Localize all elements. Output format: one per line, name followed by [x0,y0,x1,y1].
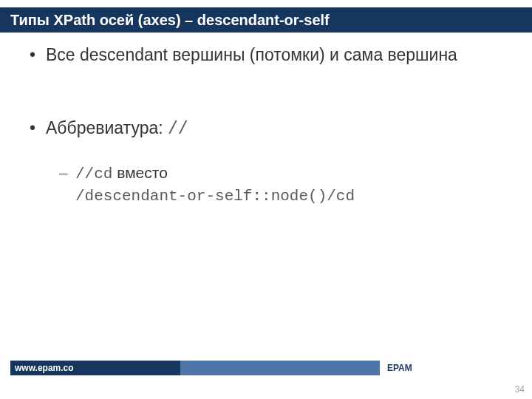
footer-url: www.epam.co [10,361,180,375]
sub-bullet-item: //cd вместо /descendant-or-self::node()/… [55,163,502,208]
page-number: 34 [515,384,525,395]
slide: Типы XPath осей (axes) – descendant-or-s… [0,0,532,399]
slide-content: Все descendant вершины (потомки) и сама … [0,41,532,259]
bullet-list: Все descendant вершины (потомки) и сама … [30,44,502,207]
bullet-text: Аббревиатура: [46,118,168,137]
sub-bullet-list: //cd вместо /descendant-or-self::node()/… [46,163,502,208]
code-inline: // [168,120,188,139]
footer-url-text: www.epam.co [15,363,74,373]
footer-brand: EPAM [380,361,522,375]
code-inline: //cd [75,166,112,183]
bullet-item: Все descendant вершины (потомки) и сама … [30,44,502,66]
footer-brand-text: EPAM [387,363,412,373]
footer-divider [180,361,380,375]
bullet-text: Все descendant вершины (потомки) и сама … [46,45,457,64]
slide-title: Типы XPath осей (axes) – descendant-or-s… [0,7,532,33]
bullet-text: вместо [112,164,167,181]
footer: www.epam.co EPAM [10,361,522,375]
slide-title-text: Типы XPath осей (axes) – descendant-or-s… [10,12,330,29]
bullet-item: Аббревиатура: // //cd вместо /descendant… [30,117,502,207]
code-inline: /descendant-or-self::node()/cd [75,188,355,205]
